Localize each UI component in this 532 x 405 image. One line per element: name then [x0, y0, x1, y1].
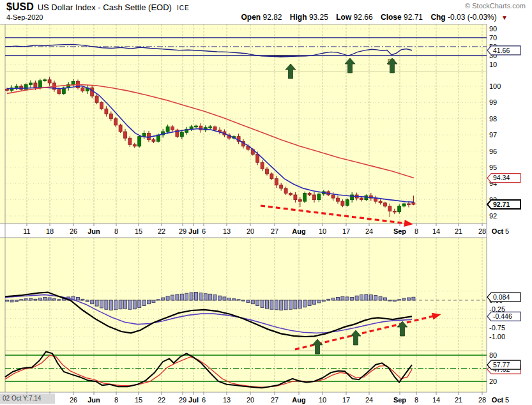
svg-text:17: 17	[342, 227, 350, 235]
candle	[124, 132, 127, 138]
svg-text:Jul: Jul	[188, 227, 199, 235]
macd-hist-bar	[369, 294, 372, 300]
candle	[95, 96, 98, 102]
macd-hist-bar	[81, 299, 84, 300]
macd-hist-bar	[138, 300, 141, 307]
macd-hist-bar	[261, 300, 264, 307]
chg-label: Chg	[430, 13, 445, 22]
svg-text:10: 10	[319, 396, 326, 404]
macd-hist-bar	[91, 300, 94, 304]
svg-text:11: 11	[23, 227, 30, 235]
svg-text:14: 14	[432, 396, 440, 404]
macd-hist-bar	[247, 300, 250, 302]
macd-hist-bar	[412, 297, 415, 300]
macd-hist-bar	[24, 299, 27, 300]
high-value: 93.25	[309, 13, 328, 22]
svg-text:29: 29	[179, 227, 186, 235]
macd-hist-bar	[280, 300, 283, 310]
macd-hist-bar	[402, 298, 406, 300]
macd-hist-bar	[6, 300, 9, 302]
candle	[109, 114, 112, 119]
macd-hist-bar	[105, 300, 108, 309]
candle	[29, 83, 33, 85]
candle	[152, 140, 155, 142]
candle	[48, 80, 51, 83]
candle	[24, 84, 27, 89]
svg-text:10: 10	[489, 61, 497, 68]
svg-text:Jun: Jun	[87, 227, 100, 235]
macd-hist-bar	[171, 295, 174, 300]
svg-text:22: 22	[158, 227, 165, 235]
macd-hist-bar	[256, 300, 259, 306]
svg-text:-0.446: -0.446	[493, 312, 512, 320]
svg-text:10: 10	[319, 227, 326, 235]
candle	[308, 193, 311, 195]
svg-text:5: 5	[505, 396, 509, 404]
svg-text:95: 95	[489, 164, 497, 171]
macd-hist-bar	[209, 294, 212, 300]
macd-hist-bar	[303, 300, 307, 307]
candle	[166, 126, 169, 132]
macd-hist-bar	[308, 300, 311, 306]
svg-text:28: 28	[478, 227, 486, 235]
svg-text:18: 18	[46, 227, 54, 235]
macd-hist-bar	[275, 300, 278, 310]
svg-text:41.66: 41.66	[493, 47, 510, 54]
change-down-icon: ▼	[501, 14, 508, 21]
svg-text:14: 14	[432, 227, 440, 235]
svg-text:26: 26	[70, 396, 77, 404]
svg-text:70: 70	[489, 34, 497, 42]
candle	[133, 144, 136, 146]
macd-hist-bar	[213, 294, 217, 300]
title-row: $USDUS Dollar Index - Cash Settle (EOD)I…	[6, 1, 190, 13]
svg-text:96: 96	[489, 148, 497, 155]
macd-hist-bar	[374, 296, 377, 300]
svg-text:92.71: 92.71	[493, 201, 510, 208]
macd-hist-bar	[337, 297, 340, 300]
candle	[6, 89, 9, 90]
candle	[303, 193, 307, 201]
macd-hist-bar	[48, 298, 51, 300]
macd-hist-bar	[313, 300, 316, 304]
candle	[384, 203, 387, 206]
macd-hist-bar	[266, 300, 269, 309]
macd-hist-bar	[227, 298, 231, 300]
candle	[412, 202, 415, 204]
svg-text:27: 27	[271, 227, 278, 235]
svg-text:6: 6	[202, 227, 206, 235]
chart-description: US Dollar Index - Cash Settle (EOD)	[38, 3, 172, 12]
candle	[294, 195, 297, 200]
macd-hist-bar	[195, 292, 198, 300]
svg-text:8: 8	[114, 227, 118, 235]
macd-hist-bar	[365, 294, 368, 300]
svg-text:99: 99	[489, 98, 497, 106]
chart-canvas: 907050301010099989796959493920.00-0.25-0…	[0, 0, 532, 405]
high-label: High	[290, 13, 307, 22]
svg-text:24: 24	[365, 396, 373, 404]
macd-hist-bar	[29, 298, 33, 300]
macd-hist-bar	[142, 300, 146, 306]
macd-hist-bar	[289, 300, 293, 309]
symbol: $USD	[6, 1, 34, 12]
svg-text:5: 5	[505, 227, 509, 235]
svg-text:13: 13	[223, 396, 231, 404]
macd-hist-bar	[379, 296, 382, 300]
candle	[337, 198, 340, 201]
quote-bar: Open 92.82 High 93.25 Low 92.66 Close 92…	[235, 13, 508, 22]
macd-hist-bar	[86, 300, 89, 302]
svg-text:0.084: 0.084	[493, 293, 510, 301]
macd-hist-bar	[341, 296, 344, 300]
macd-hist-bar	[148, 300, 151, 304]
macd-hist-bar	[124, 300, 127, 309]
macd-hist-bar	[407, 298, 411, 300]
macd-hist-bar	[251, 300, 254, 304]
date-tooltip: 02 Oct Y:7.14	[0, 394, 55, 404]
candle	[266, 169, 269, 174]
svg-text:26: 26	[70, 227, 77, 235]
macd-hist-bar	[204, 294, 207, 300]
svg-text:21: 21	[455, 227, 462, 235]
macd-hist-bar	[162, 298, 165, 300]
candle	[34, 83, 37, 88]
svg-text:Sep: Sep	[393, 396, 406, 404]
macd-hist-bar	[218, 296, 222, 300]
